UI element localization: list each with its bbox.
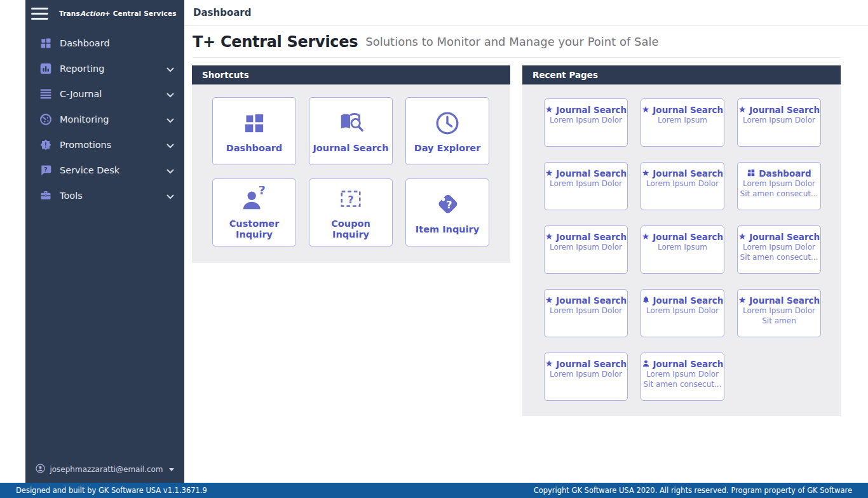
chevron-down-icon [166,165,174,177]
recent-card-line: Lorem Ipsum Dolor [545,370,627,379]
shortcuts-grid: Dashboard Journal Search Day Explorer ? … [192,84,510,246]
gauge-icon [39,112,53,126]
star-icon: ★ [738,232,747,241]
star-icon: ★ [642,105,650,114]
sidebar-item-label: Reporting [60,64,166,74]
star-icon: ★ [738,105,747,114]
recent-card-title: Journal Search [749,105,820,115]
chevron-down-icon [166,88,174,100]
shortcuts-panel: Shortcuts Dashboard Journal Search Day E… [192,65,510,263]
star-icon: ★ [738,295,747,304]
recent-pages-panel-title: Recent Pages [522,65,841,84]
sidebar: TransAction+ Central Services Dashboard … [25,0,184,483]
recent-page-card[interactable]: ★Journal Search Lorem Ipsum Dolor [737,98,821,147]
page-header: T+ Central Services Solutions to Monitor… [193,26,841,58]
shortcut-card-journal-search[interactable]: Journal Search [309,97,393,165]
recent-page-card[interactable]: ★Journal Search Lorem Ipsum Dolor [544,353,628,401]
badge-alert-icon [39,138,53,152]
sidebar-item-monitoring[interactable]: Monitoring [25,107,184,132]
recent-card-title: Journal Search [653,295,724,306]
chevron-down-icon [166,63,174,75]
recent-page-card[interactable]: ★Journal Search Lorem Ipsum Dolor [641,162,724,210]
star-icon: ★ [545,295,553,304]
sidebar-item-label: Tools [60,191,166,201]
sidebar-item-dashboard[interactable]: Dashboard [25,30,184,56]
sidebar-item-label: C-Journal [60,89,166,99]
shortcut-card-item-inquiry[interactable]: ? Item Inquiry [405,178,489,246]
recent-page-card[interactable]: Journal Search Lorem Ipsum Dolor [641,289,724,337]
journal-search-icon [336,109,365,136]
shortcut-card-customer-inquiry[interactable]: ? Customer Inquiry [212,178,296,246]
svg-text:?: ? [348,194,353,206]
recent-page-card[interactable]: ★Journal Search Lorem Ipsum [641,98,724,147]
recent-page-card[interactable]: Dashboard Lorem Ipsum Dolor Sit amen con… [737,162,821,210]
recent-page-card[interactable]: Journal Search Lorem Ipsum Dolor Sit ame… [641,353,724,401]
star-icon: ★ [545,359,553,368]
breadcrumb: Dashboard [193,7,251,18]
shortcut-label: Coupon Inquiry [313,219,389,240]
sidebar-item-label: Promotions [60,140,166,150]
recent-card-title: Journal Search [556,105,627,115]
recent-pages-grid: ★Journal Search Lorem Ipsum Dolor ★Journ… [522,84,841,401]
user-account-menu[interactable]: josephmazzaratti@email.com [25,464,184,475]
clock-icon [435,109,460,136]
star-icon: ★ [545,168,553,177]
recent-page-card[interactable]: ★Journal Search Lorem Ipsum Dolor Sit am… [737,289,821,337]
recent-card-line: Sit amen consecut... [738,253,820,262]
svg-text:?: ? [446,199,452,211]
shortcut-label: Item Inquiry [416,224,479,235]
caret-down-icon [169,468,174,471]
recent-card-line: Lorem Ipsum Dolor [738,243,820,252]
recent-page-card[interactable]: ★Journal Search Lorem Ipsum Dolor [544,225,628,274]
user-email: josephmazzaratti@email.com [50,465,163,474]
bar-chart-icon [39,62,53,76]
bell-icon [642,295,650,306]
page-title: T+ Central Services [193,33,358,51]
journal-lines-icon [39,87,53,101]
dashboard-grid-icon [241,109,267,136]
sidebar-item-service-desk[interactable]: ? Service Desk [25,158,184,183]
recent-card-line: Lorem Ipsum Dolor [641,370,724,379]
recent-pages-panel: Recent Pages ★Journal Search Lorem Ipsum… [522,65,841,416]
recent-page-card[interactable]: ★Journal Search Lorem Ipsum Dolor Sit am… [737,225,821,274]
sidebar-menu: Dashboard Reporting C-Journal Monitoring [25,30,184,208]
svg-text:?: ? [44,166,47,173]
hamburger-menu-icon[interactable] [31,8,48,20]
sidebar-item-label: Monitoring [60,114,166,124]
sidebar-item-c-journal[interactable]: C-Journal [25,81,184,107]
dashboard-grid-icon [39,36,53,50]
shortcut-card-day-explorer[interactable]: Day Explorer [405,97,489,165]
recent-page-card[interactable]: ★Journal Search Lorem Ipsum Dolor [544,289,628,337]
shortcut-label: Customer Inquiry [216,219,292,240]
tag-question-icon: ? [433,191,461,217]
recent-card-line: Lorem Ipsum [641,243,724,252]
recent-card-title: Journal Search [749,232,820,242]
shortcut-card-coupon-inquiry[interactable]: ? Coupon Inquiry [309,178,393,246]
star-icon: ★ [642,232,650,241]
sidebar-item-reporting[interactable]: Reporting [25,56,184,81]
footer: Designed and built by GK Software USA v1… [0,483,868,498]
customer-question-icon: ? [240,185,269,212]
recent-card-line: Lorem Ipsum Dolor [641,306,724,316]
recent-page-card[interactable]: ★Journal Search Lorem Ipsum [641,225,724,274]
recent-page-card[interactable]: ★Journal Search Lorem Ipsum Dolor [544,98,628,147]
recent-page-card[interactable]: ★Journal Search Lorem Ipsum Dolor [544,162,628,210]
recent-card-title: Dashboard [759,168,811,178]
sidebar-item-promotions[interactable]: Promotions [25,132,184,158]
recent-card-line: Lorem Ipsum Dolor [545,243,627,252]
sidebar-header: TransAction+ Central Services [25,0,184,27]
chat-question-icon: ? [39,163,53,177]
topbar: Dashboard [184,0,868,26]
chevron-down-icon [166,114,174,126]
recent-card-title: Journal Search [556,168,627,178]
briefcase-icon [39,189,53,203]
recent-card-line: Lorem Ipsum Dolor [545,306,627,316]
star-icon: ★ [545,105,553,114]
dashboard-grid-icon [747,168,756,178]
svg-text:?: ? [259,186,266,197]
recent-card-title: Journal Search [749,295,820,306]
recent-card-title: Journal Search [556,232,627,242]
shortcut-card-dashboard[interactable]: Dashboard [212,97,296,165]
sidebar-item-tools[interactable]: Tools [25,183,184,208]
shortcut-label: Journal Search [313,143,388,154]
